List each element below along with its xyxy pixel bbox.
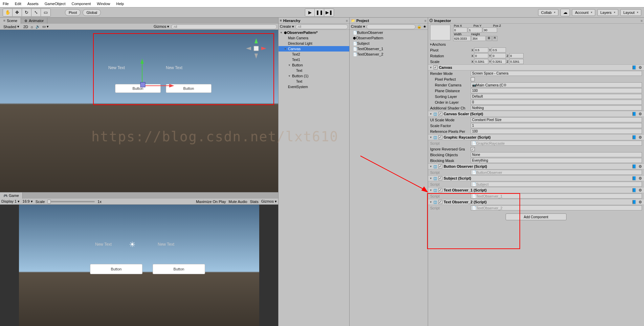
subject-header[interactable]: ▼◫Subject (Script)📘⚙	[428, 175, 644, 181]
rect-tool[interactable]: ▭	[41, 9, 50, 16]
gear-icon[interactable]: ⚙	[638, 135, 643, 140]
shader-channels-dropdown[interactable]: Nothing	[471, 105, 642, 110]
step-button[interactable]: ▶❚	[324, 9, 334, 16]
subject-enabled-checkbox[interactable]	[438, 176, 442, 180]
layers-dropdown[interactable]: Layers	[597, 9, 618, 16]
gear-icon[interactable]: ⚙	[638, 188, 643, 192]
tree-item-canvas[interactable]: ▼Canvas	[279, 46, 349, 52]
help-icon[interactable]: 📘	[632, 188, 637, 192]
project-item[interactable]: 📄 Subject	[350, 41, 428, 46]
menu-edit[interactable]: Edit	[15, 2, 21, 6]
menu-component[interactable]: Component	[71, 2, 91, 6]
rot-x-field[interactable]: 0	[474, 53, 488, 58]
game-button1[interactable]: Button	[90, 264, 142, 274]
anchors-foldout[interactable]: Anchors	[432, 42, 446, 46]
scene-viewport[interactable]: New Text New Text Button Button	[0, 30, 278, 192]
scaler-enabled-checkbox[interactable]	[438, 112, 442, 116]
project-search-input[interactable]	[367, 24, 416, 29]
help-icon[interactable]: 📘	[632, 164, 637, 169]
scale-x-field[interactable]: 0.3261	[474, 59, 488, 64]
project-create-dropdown[interactable]: Create ▾	[351, 24, 365, 29]
txt1-enabled-checkbox[interactable]	[438, 188, 442, 192]
button-observer-header[interactable]: ▼◫Button Observer (Script)📘⚙	[428, 163, 644, 169]
mute-toggle[interactable]: Mute Audio	[229, 200, 247, 204]
scene-search-input[interactable]	[171, 24, 277, 29]
width-field[interactable]: 629.3333	[453, 36, 471, 41]
pos-x-field[interactable]: 0	[453, 27, 467, 33]
help-icon[interactable]: 📘	[632, 176, 637, 181]
tree-item[interactable]: Text2	[279, 52, 349, 57]
menu-assets[interactable]: Assets	[27, 2, 39, 6]
order-field[interactable]: 0	[471, 100, 642, 105]
light-toggle-icon[interactable]: ☼	[30, 25, 34, 29]
tree-item[interactable]: Text	[279, 68, 349, 73]
menu-file[interactable]: File	[3, 2, 9, 6]
project-item[interactable]: 📄 TextObserver_2	[350, 52, 428, 57]
tree-item[interactable]: ▼Button (1)	[279, 73, 349, 79]
canvas-scaler-header[interactable]: ▼◫Canvas Scaler (Script)📘⚙	[428, 111, 644, 117]
display-dropdown[interactable]: Display 1 ▾	[1, 199, 20, 204]
rotate-tool[interactable]: ↻	[22, 9, 31, 16]
game-button2[interactable]: Button	[153, 264, 205, 274]
tree-item[interactable]: Main Camera	[279, 35, 349, 41]
help-icon[interactable]: 📘	[632, 65, 637, 70]
project-star-icon[interactable]: ★	[423, 24, 426, 29]
hierarchy-search-input[interactable]	[295, 24, 348, 29]
help-icon[interactable]: 📘	[632, 200, 637, 204]
scale-factor-field[interactable]: 1	[471, 123, 642, 128]
plane-distance-field[interactable]: 100	[471, 88, 642, 93]
scene-axis-gizmo[interactable]	[244, 37, 265, 57]
audio-toggle-icon[interactable]: 🔊	[36, 24, 40, 29]
gear-icon[interactable]: ⚙	[638, 164, 643, 169]
raycaster-header[interactable]: ▼◫Graphic Raycaster (Script)📘⚙	[428, 134, 644, 140]
menu-help[interactable]: Help	[116, 2, 124, 6]
tab-animator[interactable]: ⚙ Animator	[21, 18, 47, 24]
move-gizmo[interactable]	[137, 57, 178, 91]
layout-dropdown[interactable]: Layout	[620, 9, 641, 16]
anchor-preset-icon[interactable]	[430, 25, 450, 40]
rot-y-field[interactable]: 0	[492, 53, 506, 58]
gear-icon[interactable]: ⚙	[638, 200, 643, 204]
txt2-enabled-checkbox[interactable]	[438, 200, 442, 204]
pivot-toggle[interactable]: Pivot	[65, 9, 81, 16]
text-observer-1-header[interactable]: ▼◫Text Observer_1 (Script)📘⚙	[428, 187, 644, 193]
tree-item[interactable]: Text	[279, 79, 349, 84]
move-tool[interactable]: ✥	[13, 9, 22, 16]
project-item[interactable]: 📄 TextObserver_1	[350, 46, 428, 52]
add-component-button[interactable]: Add Component	[506, 213, 567, 220]
gear-icon[interactable]: ⚙	[638, 112, 643, 116]
cloud-button[interactable]: ☁	[560, 9, 570, 16]
render-camera-field[interactable]: 📷 Main Camera (C ⊙	[471, 82, 642, 87]
hand-tool[interactable]: ✋	[3, 9, 13, 16]
blueprint-toggle[interactable]: ⊞	[486, 36, 492, 41]
hierarchy-create-dropdown[interactable]: Create ▾	[280, 24, 294, 29]
gear-icon[interactable]: ⚙	[638, 65, 643, 70]
ignore-reversed-checkbox[interactable]	[471, 147, 475, 151]
scale-tool[interactable]: ⤡	[31, 9, 41, 16]
project-item[interactable]: ⬢ ObserverPattern	[350, 35, 428, 41]
pivot-x-field[interactable]: 0.5	[474, 47, 488, 53]
pause-button[interactable]: ❚❚	[315, 9, 324, 16]
pos-y-field[interactable]: 1	[468, 27, 482, 33]
btn-observer-enabled-checkbox[interactable]	[438, 164, 442, 168]
aspect-dropdown[interactable]: 16:9 ▾	[22, 199, 32, 204]
menu-gameobject[interactable]: GameObject	[45, 2, 66, 6]
help-icon[interactable]: 📘	[632, 135, 637, 140]
blocking-objects-dropdown[interactable]: None	[471, 152, 642, 157]
height-field[interactable]: 354	[471, 36, 486, 41]
raycaster-enabled-checkbox[interactable]	[438, 135, 442, 139]
game-gizmos-dropdown[interactable]: Gizmos ▾	[261, 199, 277, 204]
play-button[interactable]: ▶	[305, 9, 315, 16]
gizmos-dropdown[interactable]: Gizmos ▾	[154, 24, 169, 29]
pivot-y-field[interactable]: 0.5	[492, 47, 506, 53]
2d-toggle[interactable]: 2D	[23, 25, 28, 29]
sorting-layer-dropdown[interactable]: Default	[471, 94, 642, 99]
menu-window[interactable]: Window	[97, 2, 110, 6]
project-filter-icon[interactable]: 🔒	[417, 24, 422, 29]
tree-item[interactable]: Text1	[279, 57, 349, 62]
help-icon[interactable]: 📘	[632, 112, 637, 116]
canvas-component-header[interactable]: ▼Canvas📘⚙	[428, 64, 644, 70]
global-toggle[interactable]: Global	[83, 9, 101, 16]
ref-pixels-field[interactable]: 100	[471, 129, 642, 134]
tree-item[interactable]: Directional Light	[279, 41, 349, 46]
